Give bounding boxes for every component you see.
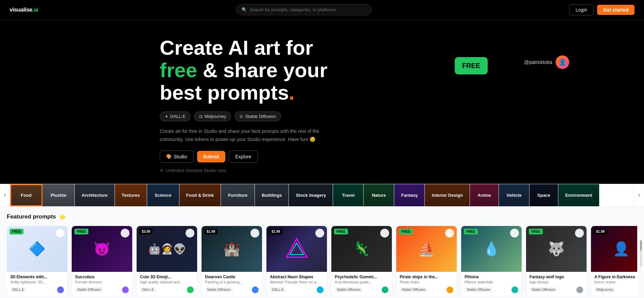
card-7-heart[interactable]: ♡ [445,229,454,238]
card-4-body: Dwarven Castle Painting of a glowing... … [202,272,262,296]
card-7-footer: Stable Diffusion [400,286,453,293]
cat-stock-label: Stock Imagery [296,193,326,198]
cat-plushie-label: Plushie [51,193,66,198]
card-2-heart[interactable]: ♡ [121,229,129,238]
card-2-platform: Stable Diffusion [75,287,103,292]
tag-dalle[interactable]: ✦ DALL·E [160,111,191,121]
card-9-body: Fantasy wolf logo logo design Stable Dif… [526,272,587,296]
card-8-title: Plitvice [465,275,518,279]
cat-anime[interactable]: Anime [470,184,499,206]
cat-nature[interactable]: Nature [364,184,394,206]
card-10-title: A Figure in Darkness [594,275,637,279]
cat-environment[interactable]: Environment [558,184,599,206]
card-10-platform: Midjourney [594,287,615,292]
card-5-platform: DALL-E [270,287,286,292]
card-1-heart[interactable]: ♡ [56,229,65,238]
prompts-grid: 🔷 FREE ♡ 3D Elements with... Softly ligh… [7,226,637,296]
cat-fantasy-label: Fantasy [401,193,418,198]
card-6-title: Psychedelic Gummi... [335,275,388,279]
cat-food-drink-label: Food & Drink [186,193,214,198]
midjourney-label: Midjourney [205,114,226,119]
cat-interior-design[interactable]: Interior Design [425,184,470,206]
user-badge: @patricktoba 👤 [524,55,569,69]
get-started-button[interactable]: Get started [597,5,634,15]
cat-food[interactable]: Food [10,184,42,206]
card-1-body: 3D Elements with... Softly lightened, 3D… [7,272,67,296]
card-3-footer: DALL-E [140,286,194,293]
prompt-card-6[interactable]: 🦎 FREE ♡ Psychedelic Gummi... A professi… [331,226,392,296]
hero-dot: . [289,81,295,104]
prompt-card-3[interactable]: 🤖🧑‍🚀👽 $3.99 ♡ Cute 3D Emoji... high qual… [137,226,197,296]
card-3-heart[interactable]: ♡ [186,229,194,238]
search-container: 🔍 [236,4,372,15]
card-1-author [57,286,64,293]
card-7-title: Pirate ships in the... [400,275,453,279]
card-6-author [382,286,388,293]
prompt-card-9[interactable]: 🐺 FREE ♡ Fantasy wolf logo logo design S… [526,226,587,296]
prompt-card-5[interactable]: $1.99 ♡ Abstract Neon Shapes Abstract Tr… [266,226,327,296]
free-badge: FREE [455,57,488,74]
cat-interior-label: Interior Design [432,193,463,198]
cat-vehicle[interactable]: Vehicle [499,184,529,206]
login-button[interactable]: Login [569,4,594,15]
card-1-price: FREE [10,229,23,234]
platform-tags: ✦ DALL·E ⊡ Midjourney ⊙ Stable Diffusion [160,111,644,121]
card-10-price: $1.99 [594,229,607,234]
logo[interactable]: visualise.ai [10,6,38,13]
cat-food-drink[interactable]: Food & Drink [179,184,221,206]
card-6-body: Psychedelic Gummi... A professional grad… [331,272,392,296]
card-9-subtitle: logo design [529,280,583,284]
cat-stock-imagery[interactable]: Stock Imagery [289,184,333,206]
card-4-heart[interactable]: ♡ [250,229,259,238]
prompt-card-1[interactable]: 🔷 FREE ♡ 3D Elements with... Softly ligh… [7,226,67,296]
cat-space[interactable]: Space [529,184,558,206]
search-input[interactable] [250,7,366,12]
prompt-card-4[interactable]: 🏰 $1.99 ♡ Dwarven Castle Painting of a g… [202,226,262,296]
unlimited-text: Unlimited standard Studio runs [166,168,226,173]
username: @patricktoba [524,59,552,65]
cat-science[interactable]: Science [147,184,179,206]
cat-textures-label: Textures [122,193,140,198]
prompt-card-2[interactable]: 👿 FREE ♡ Succubus Female demons Stable D… [72,226,132,296]
card-3-body: Cute 3D Emoji... high quality stylized a… [137,272,197,296]
header: visualise.ai 🔍 Login Get started [0,0,644,20]
card-1-platform: DALL-E [10,287,26,292]
card-6-platform: Stable Diffusion [335,287,363,292]
hero-free: free [160,59,197,82]
explore-button[interactable]: Explore [229,151,258,163]
cat-fantasy[interactable]: Fantasy [394,184,425,206]
cat-prev-button[interactable]: ‹ [0,184,10,206]
prompt-card-10[interactable]: 👤 $1.99 ♡ A Figure in Darkness horror sc… [591,226,637,296]
card-5-heart[interactable]: ♡ [315,229,324,238]
card-2-body: Succubus Female demons Stable Diffusion [72,272,132,296]
cat-buildings[interactable]: Buildings [255,184,289,206]
submit-button[interactable]: Submit [197,151,225,162]
cat-next-button[interactable]: › [634,184,644,206]
prompt-card-8[interactable]: 💧 FREE ♡ Plitvice Plitvice waterfalls St… [461,226,522,296]
cat-science-label: Science [155,193,171,198]
cat-vehicle-label: Vehicle [506,193,522,198]
card-6-heart[interactable]: ♡ [380,229,389,238]
cat-space-label: Space [537,193,550,198]
prompt-card-7[interactable]: ⛵ FREE ♡ Pirate ships in the... Pirate s… [396,226,457,296]
cat-textures[interactable]: Textures [115,184,147,206]
card-2-subtitle: Female demons [75,280,129,284]
tag-midjourney[interactable]: ⊡ Midjourney [194,111,231,121]
card-6-subtitle: A professional grade... [335,280,388,284]
cat-plushie[interactable]: Plushie [42,184,75,206]
card-7-body: Pirate ships in the... Pirate ships Stab… [396,272,457,296]
card-4-footer: Stable Diffusion [205,286,259,293]
hero-line3: best prompts [160,81,289,104]
card-9-heart[interactable]: ♡ [575,229,584,238]
cat-architecture[interactable]: Architecture [75,184,115,206]
studio-button[interactable]: 🎨 Studio [160,151,194,163]
card-7-price: FREE [399,229,413,234]
card-10-subtitle: horror scene [594,280,637,284]
logo-text: visualise [10,6,32,13]
card-8-heart[interactable]: ♡ [510,229,519,238]
tag-stable-diffusion[interactable]: ⊙ Stable Diffusion [234,111,281,121]
cat-travel[interactable]: Travel [333,184,364,206]
cat-nature-label: Nature [372,193,386,198]
cat-furniture[interactable]: Furniture [221,184,255,206]
card-3-title: Cute 3D Emoji... [140,275,194,279]
